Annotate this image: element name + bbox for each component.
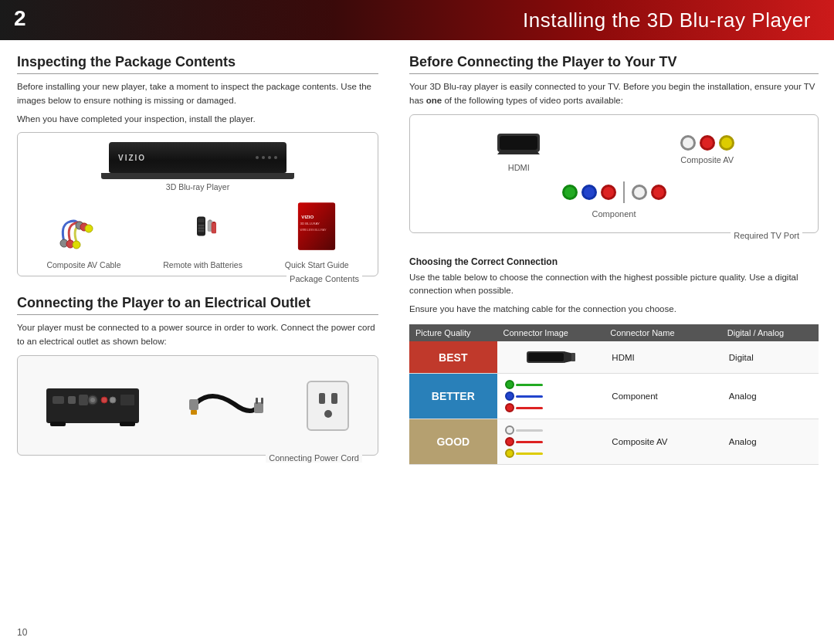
outlet-ground-hole: [324, 410, 332, 418]
section-electrical-title: Connecting the Player to an Electrical O…: [17, 295, 378, 315]
svg-rect-29: [79, 395, 88, 405]
player-base: [101, 173, 294, 179]
section-connecting: Before Connecting the Player to Your TV …: [409, 54, 819, 233]
av-cable-label: Composite AV Cable: [46, 260, 120, 269]
component-ports-icons: [562, 181, 666, 203]
svg-rect-45: [528, 353, 564, 361]
cable-red: [505, 403, 597, 412]
rca-red-port-component: [601, 185, 616, 200]
outlet-hole-left: [319, 393, 325, 404]
digital-analog-composite: Analog: [721, 419, 819, 465]
player-logo: VIZIO: [118, 154, 146, 162]
composite-ports-icons: [680, 135, 734, 151]
th-picture-quality: Picture Quality: [409, 324, 497, 341]
quality-good: GOOD: [409, 419, 497, 465]
player-back-icon: [46, 381, 147, 431]
cable-rca-red: [505, 403, 514, 412]
tv-ports-row: HDMI Composite AV: [425, 127, 802, 172]
quickstart-label: Quick Start Guide: [285, 260, 349, 269]
outlet-hole-right: [331, 393, 337, 404]
package-items-row: Composite AV Cable: [25, 199, 370, 269]
av-cable-icon: [56, 211, 110, 253]
cable-rca-green: [505, 380, 514, 389]
table-row-best: BEST HDMI: [409, 341, 819, 374]
composite-av-label: Composite AV: [680, 155, 734, 164]
section-inspect-body2: When you have completed your inspection,…: [17, 113, 378, 127]
rca-red-port-component2: [651, 185, 666, 200]
rca-blue-port: [581, 185, 597, 200]
svg-rect-26: [46, 388, 139, 423]
th-digital-analog: Digital / Analog: [721, 324, 819, 341]
choosing-body1: Use the table below to choose the connec…: [409, 271, 819, 299]
hdmi-cable-icon: [525, 347, 575, 367]
remote-icon: [189, 207, 216, 253]
page-header: 2 Installing the 3D Blu-ray Player: [0, 0, 834, 40]
svg-rect-37: [189, 399, 198, 410]
component-section: Component: [425, 181, 802, 219]
cable-green: [505, 380, 597, 389]
outlet-box-label: Connecting Power Cord: [266, 453, 362, 463]
quality-best: BEST: [409, 341, 497, 374]
svg-rect-18: [209, 220, 212, 222]
cable-rca-white: [505, 425, 514, 435]
cable-red-composite: [505, 437, 597, 446]
hdmi-port-icon: [493, 127, 544, 158]
player-dot: [262, 156, 265, 159]
wire-blue: [516, 395, 543, 398]
wire-red-composite: [516, 441, 543, 443]
page-chapter-number: 2: [14, 6, 26, 31]
connector-image-component: [497, 374, 605, 419]
section-inspect-body1: Before installing your new player, take …: [17, 80, 378, 108]
player-dots: [256, 156, 277, 159]
power-cable-icon: [188, 381, 265, 431]
cable-rca-yellow: [505, 449, 514, 458]
remote-label: Remote with Batteries: [163, 260, 242, 269]
svg-text:3D BLU-RAY: 3D BLU-RAY: [300, 222, 320, 226]
svg-rect-40: [256, 398, 258, 404]
connector-name-component: Component: [604, 374, 720, 419]
svg-rect-46: [571, 353, 575, 361]
rca-white-port: [680, 135, 696, 151]
connector-image-hdmi: [497, 341, 605, 374]
svg-rect-36: [120, 422, 135, 426]
section-inspect-title: Inspecting the Package Contents: [17, 54, 378, 74]
quickstart-item: VIZIO 3D BLU-RAY WIRELESS BLU-RAY Quick …: [285, 199, 349, 269]
av-cable-item: Composite AV Cable: [46, 211, 120, 269]
svg-rect-39: [254, 402, 263, 413]
composite-cable-image: [505, 425, 597, 458]
cable-rca-blue: [505, 391, 514, 401]
ports-divider: [623, 181, 625, 203]
cable-rca-red-composite: [505, 437, 514, 446]
electrical-outlet-box: Connecting Power Cord: [17, 355, 378, 456]
bluray-player-image: VIZIO 3D Blu-ray Player: [25, 142, 370, 192]
outlet-holes: [319, 393, 337, 404]
svg-point-33: [110, 397, 116, 403]
component-label: Component: [592, 209, 636, 219]
svg-rect-7: [198, 219, 205, 222]
wire-white: [516, 429, 543, 432]
section-electrical-body: Your player must be connected to a power…: [17, 321, 378, 349]
hdmi-label: HDMI: [508, 163, 530, 172]
svg-rect-38: [191, 410, 197, 415]
digital-analog-component: Analog: [721, 374, 819, 419]
remote-item: Remote with Batteries: [163, 207, 242, 269]
rca-red-port: [700, 135, 715, 151]
rca-yellow-port: [719, 135, 734, 151]
svg-point-10: [202, 225, 205, 227]
section-connecting-body: Your 3D Blu-ray player is easily connect…: [409, 80, 819, 108]
hdmi-connector-image: [505, 347, 597, 367]
main-content: Inspecting the Package Contents Before i…: [0, 40, 834, 644]
player-dot: [268, 156, 271, 159]
page-number: 10: [17, 627, 27, 638]
table-header-row: Picture Quality Connector Image Connecto…: [409, 324, 819, 341]
wire-green: [516, 384, 543, 386]
player-dot: [256, 156, 259, 159]
svg-point-16: [202, 230, 205, 232]
section-electrical: Connecting the Player to an Electrical O…: [17, 295, 378, 456]
svg-rect-27: [53, 396, 64, 404]
svg-rect-34: [120, 395, 134, 405]
wire-red: [516, 407, 543, 409]
choosing-body2: Ensure you have the matching cable for t…: [409, 303, 819, 317]
rca-white-port-component: [632, 185, 647, 200]
svg-text:WIRELESS BLU-RAY: WIRELESS BLU-RAY: [300, 229, 327, 232]
